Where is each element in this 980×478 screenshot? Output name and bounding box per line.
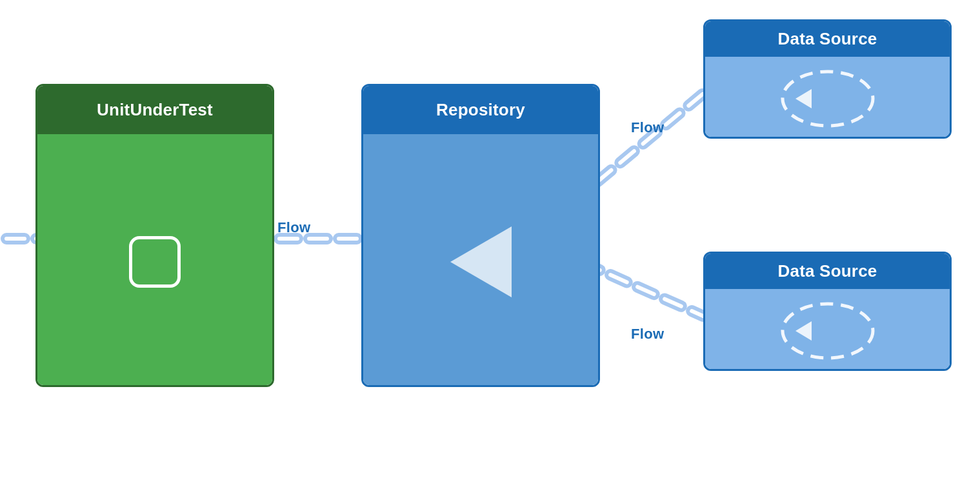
data-source-top-body bbox=[705, 57, 950, 139]
data-source-bottom-body bbox=[705, 289, 950, 371]
flow-label-unit: Flow bbox=[277, 219, 310, 236]
flow-label-bottom: Flow bbox=[631, 326, 664, 343]
data-source-top-box: Data Source bbox=[703, 19, 952, 139]
data-source-top-title: Data Source bbox=[778, 29, 877, 49]
repository-body bbox=[363, 134, 598, 387]
svg-marker-11 bbox=[795, 89, 812, 108]
diagram-container: .dashed-thick { stroke: #a8c8f0; stroke-… bbox=[0, 0, 980, 478]
repository-box: Repository bbox=[361, 84, 600, 387]
unit-under-test-box: UnitUnderTest bbox=[35, 84, 274, 387]
unit-under-test-body bbox=[37, 134, 272, 387]
data-source-bottom-box: Data Source bbox=[703, 252, 952, 371]
triangle-icon bbox=[450, 226, 512, 297]
data-source-bottom-title: Data Source bbox=[778, 261, 877, 281]
data-source-bottom-circle-arrow bbox=[776, 299, 879, 363]
unit-under-test-title: UnitUnderTest bbox=[97, 100, 213, 120]
repository-title: Repository bbox=[436, 100, 525, 120]
data-source-bottom-header: Data Source bbox=[705, 254, 950, 289]
data-source-top-circle-arrow bbox=[776, 66, 879, 131]
repository-header: Repository bbox=[363, 86, 598, 134]
square-icon bbox=[129, 236, 181, 288]
flow-label-top: Flow bbox=[631, 119, 664, 136]
svg-marker-13 bbox=[795, 321, 812, 341]
unit-under-test-header: UnitUnderTest bbox=[37, 86, 272, 134]
data-source-top-header: Data Source bbox=[705, 21, 950, 57]
